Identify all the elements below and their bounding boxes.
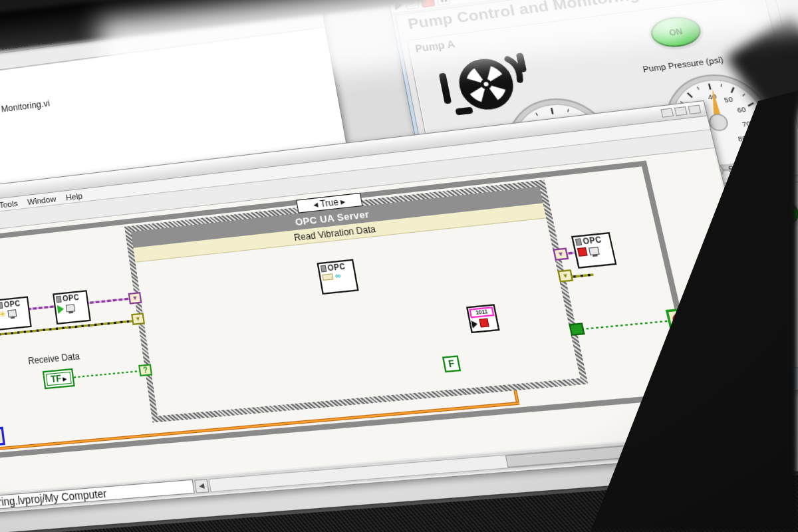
opc-text: OPC — [582, 235, 602, 246]
chip-icon — [575, 238, 583, 245]
pump-b-power-button[interactable]: ON — [743, 196, 798, 232]
chip-icon — [0, 302, 3, 309]
tf-text: TF — [50, 373, 62, 384]
false-text: F — [448, 358, 456, 370]
monitor-glasses-icon: ∞ — [334, 273, 341, 279]
close-icon[interactable] — [688, 105, 701, 114]
create-star-icon: ✳ — [0, 311, 7, 319]
stop-square-icon — [577, 247, 588, 257]
start-play-icon — [57, 305, 65, 314]
error-tunnel[interactable] — [131, 313, 145, 325]
svg-text:50: 50 — [724, 95, 733, 104]
loop-stop-terminal[interactable] — [666, 308, 692, 331]
stop-sign-icon — [672, 313, 686, 325]
case-selector-value: True — [319, 197, 339, 209]
boolean-array-node[interactable]: 1011 — [466, 304, 500, 333]
unwired-case-tunnel[interactable] — [138, 364, 152, 376]
server-monitor-icon — [66, 304, 75, 312]
scroll-right-icon[interactable]: ▶ — [765, 432, 783, 447]
server-monitor-icon — [589, 246, 600, 255]
chip-icon — [321, 265, 327, 273]
maximize-icon[interactable] — [674, 106, 688, 116]
menu-item-help[interactable]: Help — [61, 190, 87, 202]
opc-ua-start-node[interactable]: OPC — [53, 290, 91, 325]
error-tunnel[interactable] — [557, 269, 573, 283]
opc-text: OPC — [62, 293, 79, 303]
photo-of-monitor: Pump Control and Monitoring.lvproj * - P… — [0, 0, 798, 532]
minimize-icon[interactable] — [660, 108, 674, 117]
server-monitor-icon — [7, 309, 17, 317]
refnum-tunnel[interactable] — [128, 292, 142, 305]
svg-text:70: 70 — [741, 120, 752, 129]
svg-text:80: 80 — [737, 134, 748, 142]
red-square-icon — [479, 318, 489, 327]
opc-ua-read-node[interactable]: OPC ∞ — [317, 259, 358, 295]
chip-icon — [56, 296, 62, 303]
opc-ua-stop-node[interactable]: OPC — [571, 232, 617, 269]
false-constant[interactable]: F — [442, 355, 461, 372]
scroll-left-icon[interactable]: ◀ — [194, 479, 209, 493]
boolean-out-tunnel[interactable] — [569, 323, 585, 336]
data-item-icon — [322, 273, 334, 281]
receive-data-boolean-terminal[interactable]: TF — [43, 368, 75, 389]
menu-item-tools[interactable]: Tools — [0, 198, 23, 211]
refnum-tunnel[interactable] — [553, 247, 569, 261]
pump-b-power-label: ON — [764, 209, 780, 219]
svg-text:60: 60 — [736, 105, 747, 114]
case-structure-inner: OPC UA Server Read Vibration Data — [131, 186, 581, 416]
node-arrow-icon — [471, 320, 478, 329]
window-buttons[interactable] — [660, 105, 701, 118]
opc-text: OPC — [3, 299, 21, 309]
opc-ua-create-node[interactable]: OPC ✳ — [0, 296, 32, 331]
bits-label: 1011 — [469, 307, 494, 319]
